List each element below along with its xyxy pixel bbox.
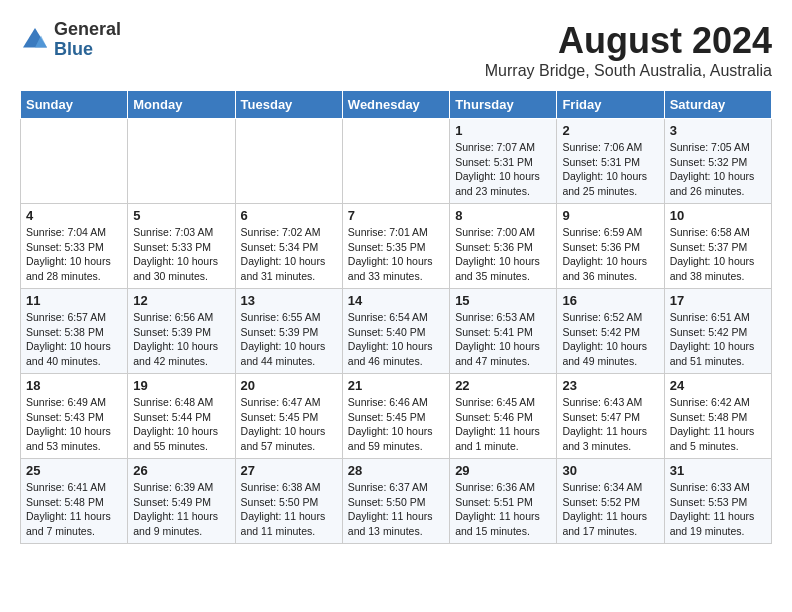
- day-number: 27: [241, 463, 337, 478]
- calendar-cell: 24Sunrise: 6:42 AM Sunset: 5:48 PM Dayli…: [664, 374, 771, 459]
- calendar-cell: 2Sunrise: 7:06 AM Sunset: 5:31 PM Daylig…: [557, 119, 664, 204]
- day-detail: Sunrise: 6:36 AM Sunset: 5:51 PM Dayligh…: [455, 480, 551, 539]
- day-number: 25: [26, 463, 122, 478]
- page-header: General Blue August 2024 Murray Bridge, …: [20, 20, 772, 80]
- week-row-2: 4Sunrise: 7:04 AM Sunset: 5:33 PM Daylig…: [21, 204, 772, 289]
- day-detail: Sunrise: 7:00 AM Sunset: 5:36 PM Dayligh…: [455, 225, 551, 284]
- calendar-cell: 29Sunrise: 6:36 AM Sunset: 5:51 PM Dayli…: [450, 459, 557, 544]
- day-detail: Sunrise: 6:58 AM Sunset: 5:37 PM Dayligh…: [670, 225, 766, 284]
- calendar-cell: 10Sunrise: 6:58 AM Sunset: 5:37 PM Dayli…: [664, 204, 771, 289]
- day-detail: Sunrise: 6:48 AM Sunset: 5:44 PM Dayligh…: [133, 395, 229, 454]
- day-detail: Sunrise: 6:42 AM Sunset: 5:48 PM Dayligh…: [670, 395, 766, 454]
- day-detail: Sunrise: 6:49 AM Sunset: 5:43 PM Dayligh…: [26, 395, 122, 454]
- day-number: 23: [562, 378, 658, 393]
- day-number: 16: [562, 293, 658, 308]
- day-detail: Sunrise: 6:45 AM Sunset: 5:46 PM Dayligh…: [455, 395, 551, 454]
- week-row-3: 11Sunrise: 6:57 AM Sunset: 5:38 PM Dayli…: [21, 289, 772, 374]
- day-detail: Sunrise: 7:05 AM Sunset: 5:32 PM Dayligh…: [670, 140, 766, 199]
- calendar-cell: 12Sunrise: 6:56 AM Sunset: 5:39 PM Dayli…: [128, 289, 235, 374]
- calendar-cell: 25Sunrise: 6:41 AM Sunset: 5:48 PM Dayli…: [21, 459, 128, 544]
- day-number: 14: [348, 293, 444, 308]
- calendar-cell: 18Sunrise: 6:49 AM Sunset: 5:43 PM Dayli…: [21, 374, 128, 459]
- column-header-saturday: Saturday: [664, 91, 771, 119]
- calendar-cell: 17Sunrise: 6:51 AM Sunset: 5:42 PM Dayli…: [664, 289, 771, 374]
- title-section: August 2024 Murray Bridge, South Austral…: [485, 20, 772, 80]
- day-detail: Sunrise: 6:51 AM Sunset: 5:42 PM Dayligh…: [670, 310, 766, 369]
- day-detail: Sunrise: 6:37 AM Sunset: 5:50 PM Dayligh…: [348, 480, 444, 539]
- calendar-cell: 6Sunrise: 7:02 AM Sunset: 5:34 PM Daylig…: [235, 204, 342, 289]
- calendar-cell: 27Sunrise: 6:38 AM Sunset: 5:50 PM Dayli…: [235, 459, 342, 544]
- day-number: 7: [348, 208, 444, 223]
- day-number: 13: [241, 293, 337, 308]
- day-number: 12: [133, 293, 229, 308]
- location-subtitle: Murray Bridge, South Australia, Australi…: [485, 62, 772, 80]
- day-number: 15: [455, 293, 551, 308]
- day-detail: Sunrise: 6:34 AM Sunset: 5:52 PM Dayligh…: [562, 480, 658, 539]
- day-detail: Sunrise: 7:01 AM Sunset: 5:35 PM Dayligh…: [348, 225, 444, 284]
- calendar-cell: 22Sunrise: 6:45 AM Sunset: 5:46 PM Dayli…: [450, 374, 557, 459]
- calendar-cell: 16Sunrise: 6:52 AM Sunset: 5:42 PM Dayli…: [557, 289, 664, 374]
- column-header-sunday: Sunday: [21, 91, 128, 119]
- day-detail: Sunrise: 7:07 AM Sunset: 5:31 PM Dayligh…: [455, 140, 551, 199]
- day-number: 5: [133, 208, 229, 223]
- day-number: 17: [670, 293, 766, 308]
- column-header-tuesday: Tuesday: [235, 91, 342, 119]
- calendar-cell: 11Sunrise: 6:57 AM Sunset: 5:38 PM Dayli…: [21, 289, 128, 374]
- calendar-cell: 30Sunrise: 6:34 AM Sunset: 5:52 PM Dayli…: [557, 459, 664, 544]
- calendar-cell: 21Sunrise: 6:46 AM Sunset: 5:45 PM Dayli…: [342, 374, 449, 459]
- calendar-body: 1Sunrise: 7:07 AM Sunset: 5:31 PM Daylig…: [21, 119, 772, 544]
- day-number: 29: [455, 463, 551, 478]
- day-detail: Sunrise: 6:54 AM Sunset: 5:40 PM Dayligh…: [348, 310, 444, 369]
- logo-text: General Blue: [54, 20, 121, 60]
- calendar-cell: 4Sunrise: 7:04 AM Sunset: 5:33 PM Daylig…: [21, 204, 128, 289]
- day-detail: Sunrise: 6:59 AM Sunset: 5:36 PM Dayligh…: [562, 225, 658, 284]
- calendar-cell: 3Sunrise: 7:05 AM Sunset: 5:32 PM Daylig…: [664, 119, 771, 204]
- day-number: 31: [670, 463, 766, 478]
- day-number: 30: [562, 463, 658, 478]
- day-detail: Sunrise: 6:38 AM Sunset: 5:50 PM Dayligh…: [241, 480, 337, 539]
- day-number: 21: [348, 378, 444, 393]
- calendar-cell: 31Sunrise: 6:33 AM Sunset: 5:53 PM Dayli…: [664, 459, 771, 544]
- day-detail: Sunrise: 6:57 AM Sunset: 5:38 PM Dayligh…: [26, 310, 122, 369]
- day-number: 26: [133, 463, 229, 478]
- day-detail: Sunrise: 6:46 AM Sunset: 5:45 PM Dayligh…: [348, 395, 444, 454]
- week-row-5: 25Sunrise: 6:41 AM Sunset: 5:48 PM Dayli…: [21, 459, 772, 544]
- day-detail: Sunrise: 7:04 AM Sunset: 5:33 PM Dayligh…: [26, 225, 122, 284]
- logo-blue-text: Blue: [54, 40, 121, 60]
- day-number: 2: [562, 123, 658, 138]
- calendar-cell: 19Sunrise: 6:48 AM Sunset: 5:44 PM Dayli…: [128, 374, 235, 459]
- day-detail: Sunrise: 6:52 AM Sunset: 5:42 PM Dayligh…: [562, 310, 658, 369]
- logo: General Blue: [20, 20, 121, 60]
- day-number: 19: [133, 378, 229, 393]
- day-number: 10: [670, 208, 766, 223]
- column-header-friday: Friday: [557, 91, 664, 119]
- calendar-cell: 23Sunrise: 6:43 AM Sunset: 5:47 PM Dayli…: [557, 374, 664, 459]
- day-detail: Sunrise: 6:33 AM Sunset: 5:53 PM Dayligh…: [670, 480, 766, 539]
- calendar-cell: 14Sunrise: 6:54 AM Sunset: 5:40 PM Dayli…: [342, 289, 449, 374]
- calendar-cell: 13Sunrise: 6:55 AM Sunset: 5:39 PM Dayli…: [235, 289, 342, 374]
- calendar-cell: [21, 119, 128, 204]
- day-number: 20: [241, 378, 337, 393]
- day-detail: Sunrise: 6:43 AM Sunset: 5:47 PM Dayligh…: [562, 395, 658, 454]
- day-detail: Sunrise: 7:06 AM Sunset: 5:31 PM Dayligh…: [562, 140, 658, 199]
- day-number: 24: [670, 378, 766, 393]
- calendar-cell: 15Sunrise: 6:53 AM Sunset: 5:41 PM Dayli…: [450, 289, 557, 374]
- day-number: 22: [455, 378, 551, 393]
- day-number: 4: [26, 208, 122, 223]
- calendar-cell: 8Sunrise: 7:00 AM Sunset: 5:36 PM Daylig…: [450, 204, 557, 289]
- calendar-cell: 1Sunrise: 7:07 AM Sunset: 5:31 PM Daylig…: [450, 119, 557, 204]
- header-row: SundayMondayTuesdayWednesdayThursdayFrid…: [21, 91, 772, 119]
- day-number: 9: [562, 208, 658, 223]
- day-detail: Sunrise: 6:55 AM Sunset: 5:39 PM Dayligh…: [241, 310, 337, 369]
- logo-general-text: General: [54, 20, 121, 40]
- day-number: 3: [670, 123, 766, 138]
- month-year-title: August 2024: [485, 20, 772, 62]
- calendar-cell: 5Sunrise: 7:03 AM Sunset: 5:33 PM Daylig…: [128, 204, 235, 289]
- day-detail: Sunrise: 6:41 AM Sunset: 5:48 PM Dayligh…: [26, 480, 122, 539]
- calendar-table: SundayMondayTuesdayWednesdayThursdayFrid…: [20, 90, 772, 544]
- week-row-1: 1Sunrise: 7:07 AM Sunset: 5:31 PM Daylig…: [21, 119, 772, 204]
- day-number: 1: [455, 123, 551, 138]
- day-number: 11: [26, 293, 122, 308]
- day-number: 6: [241, 208, 337, 223]
- calendar-cell: [235, 119, 342, 204]
